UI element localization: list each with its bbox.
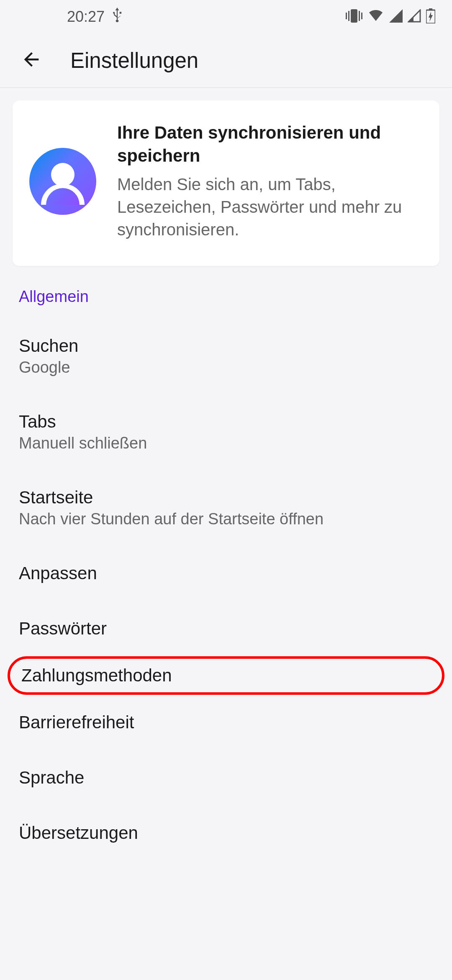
back-button[interactable]: [13, 41, 50, 79]
sync-subtitle: Melden Sie sich an, um Tabs, Lesezeichen…: [117, 173, 423, 241]
item-title: Passwörter: [19, 619, 433, 639]
settings-item-customize[interactable]: Anpassen: [0, 546, 452, 601]
item-title: Tabs: [19, 412, 433, 432]
status-bar: 20:27: [0, 0, 452, 34]
item-title: Startseite: [19, 487, 433, 508]
sync-text: Ihre Daten synchronisieren und speichern…: [117, 121, 423, 241]
item-title: Sprache: [19, 768, 433, 788]
settings-item-homepage[interactable]: Startseite Nach vier Stunden auf der Sta…: [0, 470, 452, 546]
settings-list: Suchen Google Tabs Manuell schließen Sta…: [0, 318, 452, 861]
usb-icon: [111, 8, 123, 26]
settings-item-accessibility[interactable]: Barrierefreiheit: [0, 695, 452, 750]
vibrate-icon: [346, 9, 362, 24]
item-title: Anpassen: [19, 563, 433, 583]
svg-rect-1: [348, 11, 349, 21]
sync-title: Ihre Daten synchronisieren und speichern: [117, 121, 423, 167]
content: Ihre Daten synchronisieren und speichern…: [0, 101, 452, 861]
item-title: Barrierefreiheit: [19, 712, 433, 732]
svg-rect-0: [346, 13, 347, 19]
item-subtitle: Manuell schließen: [19, 434, 433, 452]
signal-icon-2: [408, 9, 421, 24]
settings-item-language[interactable]: Sprache: [0, 750, 452, 805]
wifi-icon: [367, 9, 384, 24]
settings-item-tabs[interactable]: Tabs Manuell schließen: [0, 394, 452, 470]
item-subtitle: Nach vier Stunden auf der Startseite öff…: [19, 510, 433, 528]
sync-sign-in-card[interactable]: Ihre Daten synchronisieren und speichern…: [13, 101, 439, 266]
settings-item-translations[interactable]: Übersetzungen: [0, 805, 452, 861]
settings-item-search[interactable]: Suchen Google: [0, 318, 452, 394]
signal-icon-1: [389, 9, 403, 24]
status-left: 20:27: [67, 8, 123, 26]
svg-rect-3: [359, 11, 360, 21]
page-title: Einstellungen: [70, 48, 198, 73]
avatar-icon: [29, 148, 96, 215]
section-header-general: Allgemein: [0, 266, 452, 306]
svg-rect-2: [351, 9, 357, 23]
app-bar: Einstellungen: [0, 34, 452, 88]
battery-icon: [426, 8, 435, 25]
item-subtitle: Google: [19, 358, 433, 377]
settings-item-payment-methods[interactable]: Zahlungsmethoden: [8, 656, 444, 695]
item-title: Übersetzungen: [19, 823, 433, 843]
svg-rect-4: [361, 13, 362, 19]
settings-item-passwords[interactable]: Passwörter: [0, 601, 452, 656]
status-right: [346, 8, 435, 25]
status-time: 20:27: [67, 8, 105, 26]
item-title: Zahlungsmethoden: [21, 665, 431, 686]
arrow-left-icon: [21, 49, 42, 72]
item-title: Suchen: [19, 336, 433, 356]
